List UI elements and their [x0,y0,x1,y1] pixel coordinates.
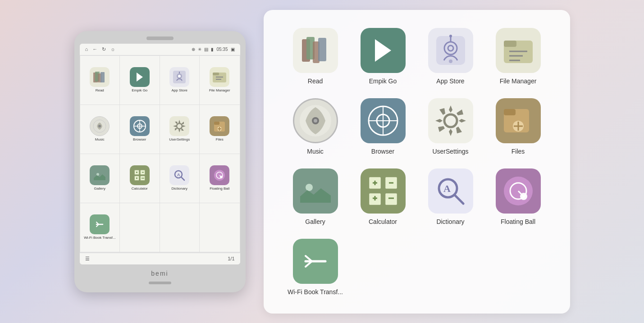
svg-point-7 [178,75,181,77]
app-item-dictionary[interactable]: A Dictionary [421,168,480,225]
app-label-appstore: App Store [436,77,464,85]
device-app-files[interactable]: Files [200,105,240,154]
device-app-wifi[interactable]: Wi-Fi Book Transf... [80,203,120,252]
device-app-usersettings[interactable]: UserSettings [160,105,200,154]
device-brand: bemi [80,264,240,280]
device-notch [146,36,174,40]
device-app-calculator[interactable]: Calculator [120,154,160,203]
svg-point-14 [98,125,101,127]
app-panel: Read Empik Go [264,10,570,314]
app-item-filemanager[interactable]: File Manager [489,28,548,85]
menu-icon[interactable]: ☰ [85,256,90,262]
svg-point-71 [444,114,457,127]
app-item-browser[interactable]: Browser [354,98,412,155]
light-icon[interactable]: ☼ [110,46,115,52]
app-label-read: Read [308,77,323,85]
device-label-wifi: Wi-Fi Book Transf... [84,236,115,240]
device-label-files: Files [216,137,224,142]
app-item-calculator[interactable]: Calculator [354,168,412,225]
ereader-device: ⌂ ← ↻ ☼ ⊕ ✳ ▤ ▮ 05:35 ▣ [74,31,246,292]
device-empty-1 [120,203,160,252]
refresh-icon[interactable]: ↻ [102,46,106,52]
svg-rect-3 [100,72,105,82]
svg-text:A: A [177,173,180,177]
svg-rect-60 [504,41,516,47]
screen-mode-icon: ▣ [231,47,235,52]
device-label-gallery: Gallery [94,187,105,191]
statusbar-right: ⊕ ✳ ▤ ▮ 05:35 ▣ [192,47,234,52]
svg-point-19 [177,123,182,129]
device-app-dictionary[interactable]: A Dictionary [160,154,200,203]
statusbar-left: ⌂ ← ↻ ☼ [85,46,115,52]
svg-point-66 [314,119,317,123]
svg-rect-21 [214,122,219,125]
device-label-read: Read [96,88,104,93]
svg-rect-51 [318,38,326,61]
device-label-filemanager: File Manager [209,88,230,93]
screen-footer: ☰ 1/1 [80,253,240,264]
app-label-browser: Browser [371,148,394,155]
device-app-filemanager[interactable]: File Manager [200,56,240,105]
device-label-browser: Browser [133,137,146,142]
app-label-files: Files [512,148,525,155]
app-label-floatingball: Floating Ball [501,218,535,225]
app-label-calculator: Calculator [369,218,397,225]
svg-rect-82 [385,193,397,205]
app-item-empikgo[interactable]: Empik Go [354,28,412,85]
back-icon[interactable]: ← [92,46,97,52]
device-app-empikgo[interactable]: Empik Go [120,56,160,105]
device-label-appstore: App Store [171,88,187,93]
device-app-read[interactable]: Read [80,56,120,105]
device-empty-2 [160,203,200,252]
device-app-floatingball[interactable]: Floating Ball [200,154,240,203]
app-item-wifi[interactable]: Wi-Fi Book Transf... [286,239,345,296]
svg-rect-73 [504,109,516,115]
svg-text:A: A [443,183,451,194]
device-app-browser[interactable]: Browser [120,105,160,154]
svg-marker-4 [137,73,143,82]
svg-rect-10 [213,73,219,75]
app-item-read[interactable]: Read [286,28,345,85]
page-indicator: 1/1 [228,256,234,261]
bluetooth-icon: ✳ [198,47,201,52]
screen-statusbar: ⌂ ← ↻ ☼ ⊕ ✳ ▤ ▮ 05:35 ▣ [80,44,240,55]
app-item-files[interactable]: Files [489,98,548,155]
device-label-floatingball: Floating Ball [210,187,229,191]
device-app-grid: Read Empik Go [80,55,240,253]
svg-point-78 [306,184,313,191]
device-app-music[interactable]: Music [80,105,120,154]
device-label-empikgo: Empik Go [132,88,147,93]
app-label-gallery: Gallery [305,218,325,225]
svg-line-39 [181,177,184,180]
app-label-usersettings: UserSettings [432,148,468,155]
app-label-music: Music [307,148,324,155]
app-label-empikgo: Empik Go [369,77,397,85]
device-label-dictionary: Dictionary [171,187,187,191]
svg-marker-52 [375,39,391,62]
app-label-filemanager: File Manager [500,77,537,85]
device-label-usersettings: UserSettings [169,137,190,142]
signal-icon: ▤ [204,47,208,52]
device-label-music: Music [95,137,105,142]
time-display: 05:35 [216,47,228,52]
device-app-appstore[interactable]: App Store [160,56,200,105]
app-item-gallery[interactable]: Gallery [286,168,345,225]
device-home-button [149,282,171,284]
app-label-wifi: Wi-Fi Book Transf... [288,288,343,296]
app-grid-large: Read Empik Go [286,28,548,296]
app-item-music[interactable]: Music [286,98,345,155]
main-container: ⌂ ← ↻ ☼ ⊕ ✳ ▤ ▮ 05:35 ▣ [65,1,579,323]
app-item-usersettings[interactable]: UserSettings [421,98,480,155]
app-item-floatingball[interactable]: Floating Ball [489,168,548,225]
svg-line-91 [455,196,463,204]
svg-point-57 [449,35,452,37]
app-label-dictionary: Dictionary [436,218,464,225]
home-icon[interactable]: ⌂ [85,46,88,52]
wifi-status-icon: ⊕ [192,47,195,52]
device-label-calculator: Calculator [132,187,148,191]
device-app-gallery[interactable]: Gallery [80,154,120,203]
app-item-appstore[interactable]: App Store [421,28,480,85]
battery-icon: ▮ [211,47,214,52]
device-empty-3 [200,203,240,252]
svg-point-58 [449,59,452,63]
